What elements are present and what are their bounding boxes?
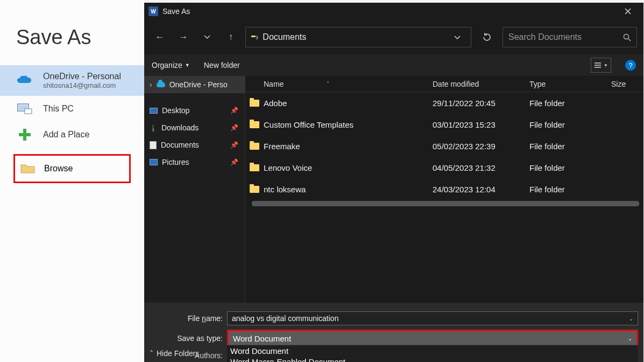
file-type: File folder (529, 163, 611, 172)
svg-rect-2 (25, 109, 32, 114)
desktop-icon (150, 108, 158, 114)
location-list: OneDrive - Personal shitosna14@gmail.com… (0, 65, 144, 183)
horizontal-scrollbar[interactable] (252, 201, 639, 206)
chevron-down-icon: ▼ (185, 62, 190, 68)
file-type: File folder (529, 99, 611, 108)
view-mode-button[interactable]: ▼ (591, 58, 611, 73)
svg-point-5 (624, 34, 629, 39)
backstage-panel: Save As OneDrive - Personal shitosna14@g… (0, 0, 144, 362)
tree-downloads[interactable]: ⭳Downloads📌 (144, 119, 245, 136)
word-app-icon: W (148, 6, 158, 16)
location-label: Browse (44, 164, 73, 173)
col-name[interactable]: Name (264, 80, 284, 88)
folder-icon (245, 121, 264, 128)
file-type: File folder (529, 142, 611, 151)
close-button[interactable] (617, 3, 639, 20)
location-label: This PC (43, 104, 74, 114)
pin-icon: 📌 (230, 141, 238, 149)
file-name: Adobe (264, 99, 433, 108)
back-button[interactable]: ← (151, 28, 169, 46)
folder-icon (245, 164, 264, 171)
type-option[interactable]: Word Document (227, 345, 638, 356)
file-name: Lenovo Voice (264, 163, 433, 172)
file-row[interactable]: Freemake05/02/2023 22:39File folder (245, 135, 643, 157)
forward-button[interactable]: → (174, 28, 193, 46)
chevron-down-icon (204, 35, 210, 39)
saveastype-label: Save as type: (150, 334, 227, 343)
chevron-right-icon: › (256, 32, 258, 42)
chevron-down-icon[interactable]: ⌄ (629, 316, 633, 322)
location-label: OneDrive - Personal (43, 72, 121, 81)
pc-icon (16, 102, 33, 115)
column-headers: Name˄ Date modified Type Size (245, 76, 643, 92)
tree-pictures[interactable]: Pictures📌 (144, 154, 245, 171)
file-row[interactable]: Custom Office Templates03/01/2023 15:23F… (245, 114, 643, 135)
type-option[interactable]: Word Macro-Enabled Document (227, 356, 638, 362)
col-type[interactable]: Type (529, 80, 611, 88)
svg-rect-4 (19, 133, 31, 136)
page-title: Save As (0, 0, 144, 49)
up-button[interactable]: ↑ (222, 28, 240, 46)
cloud-icon (157, 82, 165, 87)
save-as-dialog: W Save As ← → ↑ › Documents Search Docum… (144, 3, 643, 362)
folder-tree: › OneDrive - Perso Desktop📌 ⭳Downloads📌 … (144, 76, 245, 303)
file-name: ntc loksewa (264, 185, 433, 194)
cloud-icon (16, 74, 33, 87)
location-label: Add a Place (43, 130, 89, 140)
col-size[interactable]: Size (611, 80, 643, 88)
pin-icon: 📌 (230, 124, 238, 131)
saveastype-dropdown: Word DocumentWord Macro-Enabled Document… (227, 345, 638, 362)
file-date: 05/02/2023 22:39 (433, 142, 529, 151)
tree-onedrive[interactable]: › OneDrive - Perso (144, 76, 245, 93)
document-icon (150, 141, 157, 149)
tree-documents[interactable]: Documents📌 (144, 136, 245, 154)
newfolder-button[interactable]: New folder (204, 61, 240, 69)
refresh-button[interactable] (477, 27, 497, 47)
plus-icon (16, 128, 33, 141)
col-date[interactable]: Date modified (433, 80, 529, 88)
search-input[interactable]: Search Documents (503, 27, 637, 47)
picture-icon (150, 159, 158, 165)
file-row[interactable]: ntc loksewa24/03/2023 12:04File folder (245, 178, 643, 200)
location-browse[interactable]: Browse (13, 154, 131, 183)
search-icon (623, 33, 631, 41)
location-thispc[interactable]: This PC (0, 96, 144, 122)
organize-button[interactable]: Organize ▼ (152, 61, 190, 69)
file-date: 04/05/2023 21:32 (433, 163, 529, 172)
location-onedrive[interactable]: OneDrive - Personal shitosna14@gmail.com (0, 65, 144, 96)
file-name: Freemake (264, 142, 433, 151)
chevron-down-icon[interactable] (449, 32, 465, 42)
nav-row: ← → ↑ › Documents Search Documents (144, 20, 643, 54)
pin-icon: 📌 (230, 107, 238, 114)
recent-dropdown[interactable] (198, 28, 216, 46)
chevron-down-icon: ▼ (604, 63, 608, 68)
close-icon (625, 8, 631, 15)
file-row[interactable]: Lenovo Voice04/05/2023 21:32File folder (245, 157, 643, 178)
help-button[interactable]: ? (625, 60, 636, 71)
chevron-right-icon: › (150, 80, 152, 89)
tree-desktop[interactable]: Desktop📌 (144, 102, 245, 119)
file-list: Name˄ Date modified Type Size Adobe29/11… (245, 76, 643, 303)
file-type: File folder (529, 185, 611, 194)
lower-panel: File name: analog vs digital communicati… (144, 303, 643, 362)
filename-input[interactable]: analog vs digital communication ⌄ (227, 311, 638, 325)
location-addplace[interactable]: Add a Place (0, 122, 144, 148)
breadcrumb[interactable]: › Documents (245, 27, 471, 47)
toolbar: Organize ▼ New folder ▼ ? (144, 54, 643, 76)
file-type: File folder (529, 120, 611, 129)
download-icon: ⭳ (150, 123, 157, 132)
location-sublabel: shitosna14@gmail.com (43, 81, 121, 89)
titlebar: W Save As (144, 3, 643, 20)
folder-icon (245, 186, 264, 193)
search-placeholder: Search Documents (508, 32, 582, 42)
refresh-icon (482, 32, 492, 42)
filename-label: File name: (150, 314, 227, 323)
saveastype-select[interactable]: Word Document ⌄ (229, 331, 636, 345)
file-date: 29/11/2022 20:45 (433, 99, 529, 108)
list-icon (594, 62, 601, 68)
folder-open-icon (19, 162, 37, 175)
breadcrumb-segment[interactable]: Documents (263, 32, 306, 42)
file-name: Custom Office Templates (264, 120, 433, 129)
file-row[interactable]: Adobe29/11/2022 20:45File folder (245, 92, 643, 114)
hide-folders-button[interactable]: ˄ Hide Folders (144, 349, 199, 358)
